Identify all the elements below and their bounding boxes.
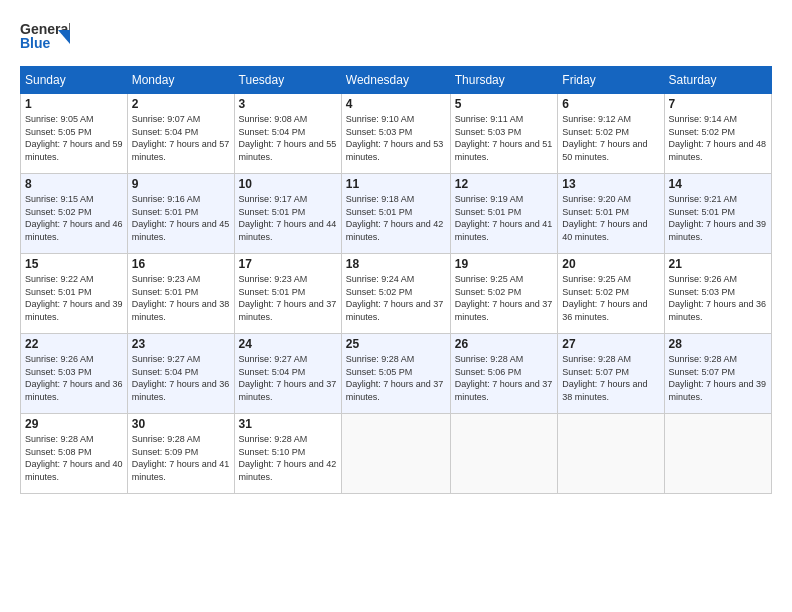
day-number: 4 [346, 97, 446, 111]
svg-marker-2 [58, 30, 70, 44]
day-info: Sunrise: 9:12 AM Sunset: 5:02 PM Dayligh… [562, 113, 659, 163]
table-row: 8 Sunrise: 9:15 AM Sunset: 5:02 PM Dayli… [21, 174, 128, 254]
day-info: Sunrise: 9:18 AM Sunset: 5:01 PM Dayligh… [346, 193, 446, 243]
day-number: 6 [562, 97, 659, 111]
calendar-week-row: 29 Sunrise: 9:28 AM Sunset: 5:08 PM Dayl… [21, 414, 772, 494]
table-row: 26 Sunrise: 9:28 AM Sunset: 5:06 PM Dayl… [450, 334, 558, 414]
day-info: Sunrise: 9:25 AM Sunset: 5:02 PM Dayligh… [455, 273, 554, 323]
calendar-header-row: Sunday Monday Tuesday Wednesday Thursday… [21, 67, 772, 94]
day-info: Sunrise: 9:11 AM Sunset: 5:03 PM Dayligh… [455, 113, 554, 163]
day-info: Sunrise: 9:23 AM Sunset: 5:01 PM Dayligh… [132, 273, 230, 323]
table-row: 5 Sunrise: 9:11 AM Sunset: 5:03 PM Dayli… [450, 94, 558, 174]
day-number: 18 [346, 257, 446, 271]
day-number: 12 [455, 177, 554, 191]
calendar-week-row: 8 Sunrise: 9:15 AM Sunset: 5:02 PM Dayli… [21, 174, 772, 254]
header-wednesday: Wednesday [341, 67, 450, 94]
day-number: 13 [562, 177, 659, 191]
day-number: 23 [132, 337, 230, 351]
header-friday: Friday [558, 67, 664, 94]
day-info: Sunrise: 9:27 AM Sunset: 5:04 PM Dayligh… [239, 353, 337, 403]
day-info: Sunrise: 9:27 AM Sunset: 5:04 PM Dayligh… [132, 353, 230, 403]
table-row: 23 Sunrise: 9:27 AM Sunset: 5:04 PM Dayl… [127, 334, 234, 414]
table-row [450, 414, 558, 494]
day-info: Sunrise: 9:10 AM Sunset: 5:03 PM Dayligh… [346, 113, 446, 163]
day-info: Sunrise: 9:08 AM Sunset: 5:04 PM Dayligh… [239, 113, 337, 163]
day-number: 3 [239, 97, 337, 111]
calendar-week-row: 22 Sunrise: 9:26 AM Sunset: 5:03 PM Dayl… [21, 334, 772, 414]
table-row [558, 414, 664, 494]
table-row: 13 Sunrise: 9:20 AM Sunset: 5:01 PM Dayl… [558, 174, 664, 254]
day-number: 5 [455, 97, 554, 111]
day-number: 17 [239, 257, 337, 271]
table-row: 2 Sunrise: 9:07 AM Sunset: 5:04 PM Dayli… [127, 94, 234, 174]
table-row: 6 Sunrise: 9:12 AM Sunset: 5:02 PM Dayli… [558, 94, 664, 174]
day-number: 8 [25, 177, 123, 191]
table-row: 19 Sunrise: 9:25 AM Sunset: 5:02 PM Dayl… [450, 254, 558, 334]
day-info: Sunrise: 9:25 AM Sunset: 5:02 PM Dayligh… [562, 273, 659, 323]
table-row: 14 Sunrise: 9:21 AM Sunset: 5:01 PM Dayl… [664, 174, 772, 254]
day-number: 2 [132, 97, 230, 111]
day-number: 16 [132, 257, 230, 271]
day-info: Sunrise: 9:16 AM Sunset: 5:01 PM Dayligh… [132, 193, 230, 243]
table-row: 12 Sunrise: 9:19 AM Sunset: 5:01 PM Dayl… [450, 174, 558, 254]
table-row [664, 414, 772, 494]
day-number: 26 [455, 337, 554, 351]
day-info: Sunrise: 9:05 AM Sunset: 5:05 PM Dayligh… [25, 113, 123, 163]
day-info: Sunrise: 9:24 AM Sunset: 5:02 PM Dayligh… [346, 273, 446, 323]
day-number: 21 [669, 257, 768, 271]
day-number: 20 [562, 257, 659, 271]
header-tuesday: Tuesday [234, 67, 341, 94]
day-info: Sunrise: 9:28 AM Sunset: 5:07 PM Dayligh… [669, 353, 768, 403]
day-info: Sunrise: 9:26 AM Sunset: 5:03 PM Dayligh… [669, 273, 768, 323]
logo: General Blue [20, 16, 74, 56]
calendar-table: Sunday Monday Tuesday Wednesday Thursday… [20, 66, 772, 494]
table-row: 21 Sunrise: 9:26 AM Sunset: 5:03 PM Dayl… [664, 254, 772, 334]
table-row: 3 Sunrise: 9:08 AM Sunset: 5:04 PM Dayli… [234, 94, 341, 174]
day-info: Sunrise: 9:17 AM Sunset: 5:01 PM Dayligh… [239, 193, 337, 243]
table-row: 22 Sunrise: 9:26 AM Sunset: 5:03 PM Dayl… [21, 334, 128, 414]
day-info: Sunrise: 9:14 AM Sunset: 5:02 PM Dayligh… [669, 113, 768, 163]
table-row: 28 Sunrise: 9:28 AM Sunset: 5:07 PM Dayl… [664, 334, 772, 414]
header-saturday: Saturday [664, 67, 772, 94]
day-info: Sunrise: 9:28 AM Sunset: 5:10 PM Dayligh… [239, 433, 337, 483]
day-number: 19 [455, 257, 554, 271]
table-row: 18 Sunrise: 9:24 AM Sunset: 5:02 PM Dayl… [341, 254, 450, 334]
day-number: 30 [132, 417, 230, 431]
header-monday: Monday [127, 67, 234, 94]
table-row: 4 Sunrise: 9:10 AM Sunset: 5:03 PM Dayli… [341, 94, 450, 174]
page-header: General Blue [20, 16, 772, 56]
day-number: 11 [346, 177, 446, 191]
table-row: 11 Sunrise: 9:18 AM Sunset: 5:01 PM Dayl… [341, 174, 450, 254]
day-info: Sunrise: 9:21 AM Sunset: 5:01 PM Dayligh… [669, 193, 768, 243]
day-number: 14 [669, 177, 768, 191]
day-number: 9 [132, 177, 230, 191]
day-number: 15 [25, 257, 123, 271]
table-row: 20 Sunrise: 9:25 AM Sunset: 5:02 PM Dayl… [558, 254, 664, 334]
header-sunday: Sunday [21, 67, 128, 94]
day-number: 7 [669, 97, 768, 111]
day-number: 29 [25, 417, 123, 431]
table-row: 15 Sunrise: 9:22 AM Sunset: 5:01 PM Dayl… [21, 254, 128, 334]
table-row: 1 Sunrise: 9:05 AM Sunset: 5:05 PM Dayli… [21, 94, 128, 174]
day-info: Sunrise: 9:26 AM Sunset: 5:03 PM Dayligh… [25, 353, 123, 403]
day-number: 27 [562, 337, 659, 351]
day-number: 1 [25, 97, 123, 111]
day-info: Sunrise: 9:23 AM Sunset: 5:01 PM Dayligh… [239, 273, 337, 323]
table-row: 17 Sunrise: 9:23 AM Sunset: 5:01 PM Dayl… [234, 254, 341, 334]
table-row: 7 Sunrise: 9:14 AM Sunset: 5:02 PM Dayli… [664, 94, 772, 174]
day-number: 22 [25, 337, 123, 351]
day-number: 28 [669, 337, 768, 351]
header-thursday: Thursday [450, 67, 558, 94]
table-row: 10 Sunrise: 9:17 AM Sunset: 5:01 PM Dayl… [234, 174, 341, 254]
day-info: Sunrise: 9:28 AM Sunset: 5:09 PM Dayligh… [132, 433, 230, 483]
day-info: Sunrise: 9:07 AM Sunset: 5:04 PM Dayligh… [132, 113, 230, 163]
day-number: 10 [239, 177, 337, 191]
day-info: Sunrise: 9:15 AM Sunset: 5:02 PM Dayligh… [25, 193, 123, 243]
day-info: Sunrise: 9:28 AM Sunset: 5:08 PM Dayligh… [25, 433, 123, 483]
calendar-page: General Blue Sunday Monday Tuesday Wedne… [0, 0, 792, 612]
day-info: Sunrise: 9:20 AM Sunset: 5:01 PM Dayligh… [562, 193, 659, 243]
day-info: Sunrise: 9:28 AM Sunset: 5:07 PM Dayligh… [562, 353, 659, 403]
table-row: 27 Sunrise: 9:28 AM Sunset: 5:07 PM Dayl… [558, 334, 664, 414]
table-row: 31 Sunrise: 9:28 AM Sunset: 5:10 PM Dayl… [234, 414, 341, 494]
table-row: 25 Sunrise: 9:28 AM Sunset: 5:05 PM Dayl… [341, 334, 450, 414]
